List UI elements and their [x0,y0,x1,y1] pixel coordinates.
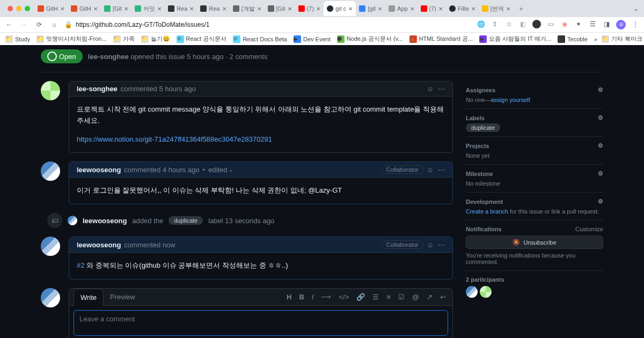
tab-overflow-icon[interactable]: ⌄ [628,5,644,12]
comment-author[interactable]: leewooseong [77,166,121,174]
italic-icon[interactable]: I [312,293,314,301]
code-icon[interactable]: </> [339,293,349,301]
close-icon[interactable]: ✕ [348,6,353,12]
react-icon[interactable]: ☺ [427,166,434,174]
unsubscribe-button[interactable]: 🔕Unsubscribe [466,236,603,249]
quote-icon[interactable]: ⟶ [321,293,331,301]
comment-author[interactable]: leewooseong [77,241,121,249]
label-pill[interactable]: duplicate [169,216,203,225]
bookmark-item[interactable]: 📁Study [5,35,30,43]
browser-tab[interactable]: Rea✕ [165,1,197,16]
gear-icon[interactable]: ⚙ [598,114,603,121]
gear-icon[interactable]: ⚙ [598,198,603,205]
tab-write[interactable]: Write [74,289,104,306]
bookmark-item[interactable]: 📁기타 북마크 [602,35,642,43]
browser-tab[interactable]: [개발✕ [230,1,265,16]
close-window[interactable] [8,6,13,11]
bookmark-item[interactable]: ◐Tecoble [558,35,588,43]
avatar[interactable] [41,161,60,181]
browser-tab[interactable]: [Git✕ [101,1,131,16]
back-button[interactable]: ← [4,20,14,30]
minimize-window[interactable] [16,6,21,11]
issue-ref-link[interactable]: #2 [77,261,84,269]
extension-icon[interactable]: ◉ [560,20,569,28]
bold-icon[interactable]: B [299,293,304,301]
gear-icon[interactable]: ⚙ [598,86,603,93]
bookmark-item[interactable]: 📁멋쟁이사자처럼-Fron... [36,35,106,43]
avatar[interactable] [68,216,77,225]
avatar[interactable] [41,81,60,100]
heading-icon[interactable]: H [287,293,291,301]
close-icon[interactable]: ✕ [189,6,194,12]
extension-icon[interactable] [532,20,541,28]
close-icon[interactable]: ✕ [316,6,320,12]
kebab-icon[interactable]: ⋯ [438,85,445,93]
close-icon[interactable]: ✕ [222,6,226,12]
extensions-menu-icon[interactable]: ✦ [574,20,583,28]
customize-link[interactable]: Customize [575,226,603,232]
reading-list-icon[interactable]: ☰ [588,20,597,28]
bookmark-item[interactable]: ◯HTML Standard 공... [409,35,473,43]
kebab-menu-icon[interactable]: ⋮ [631,20,640,28]
close-icon[interactable]: ✕ [288,6,292,12]
browser-tab[interactable]: (7)✕ [418,1,446,16]
browser-tab[interactable]: 커밋✕ [131,1,165,16]
bookmark-icon[interactable]: ☆ [504,20,513,28]
avatar[interactable] [41,237,60,256]
close-icon[interactable]: ✕ [506,6,510,12]
kebab-icon[interactable]: ⋯ [438,241,445,249]
browser-tab[interactable]: [git✕ [356,1,385,16]
assign-yourself-link[interactable]: assign yourself [491,97,530,103]
close-icon[interactable]: ✕ [93,6,98,12]
browser-tab[interactable]: Filte✕ [446,1,479,16]
close-icon[interactable]: ✕ [410,6,414,12]
react-icon[interactable]: ☺ [427,241,434,249]
maximize-window[interactable] [25,6,30,11]
bookmark-item[interactable]: ⬢Node.js 공식문서 (v... [337,35,403,43]
translate-icon[interactable]: 🌐 [477,20,485,28]
close-icon[interactable]: ✕ [60,6,64,12]
notion-link[interactable]: https://www.notion.so/git-71a247ff41364f… [77,135,272,143]
create-branch-link[interactable]: Create a branch [466,208,508,215]
label-pill[interactable]: duplicate [466,123,500,132]
browser-tab[interactable]: GitH✕ [34,1,68,16]
browser-tab[interactable]: GitH✕ [68,1,101,16]
bookmarks-overflow[interactable]: » [594,36,597,42]
mention-icon[interactable]: @ [412,293,419,301]
reload-button[interactable]: ⟳ [34,20,44,30]
close-icon[interactable]: ✕ [378,6,382,12]
side-panel-icon[interactable]: ◨ [602,20,611,28]
new-tab-button[interactable]: ＋ [514,4,529,13]
bookmark-item[interactable]: ⚛React 공식문서 [177,35,227,43]
tab-preview[interactable]: Preview [104,289,141,305]
kebab-icon[interactable]: ⋯ [438,166,445,174]
bookmark-item[interactable]: 📁가족 [113,35,135,43]
extension-icon[interactable]: ▭ [546,20,555,28]
url-field[interactable]: 🔒 https://github.com/Lazy-GT/ToDoMate/is… [64,21,471,28]
comment-textarea[interactable] [74,310,448,336]
browser-tab[interactable]: [Git✕ [265,1,295,16]
browser-tab[interactable]: git c✕ [324,1,356,16]
tasklist-icon[interactable]: ☑ [398,293,405,301]
participant-avatar[interactable] [466,286,478,298]
crossref-icon[interactable]: ↗ [427,293,433,301]
forward-button[interactable]: → [19,20,29,30]
close-icon[interactable]: ✕ [124,6,128,12]
close-icon[interactable]: ✕ [257,6,261,12]
home-button[interactable]: ⌂ [49,20,59,30]
bookmark-item[interactable]: ◉요즘 사람들의 IT 매거... [479,35,551,43]
browser-tab[interactable]: App✕ [385,1,418,16]
comment-author[interactable]: lee-songhee [77,85,118,93]
browser-tab[interactable]: [번역✕ [479,1,514,16]
ol-icon[interactable]: ≡ [386,293,391,301]
bookmark-item[interactable]: 📁놀기😄 [141,35,170,43]
react-icon[interactable]: ☺ [427,85,434,93]
link-icon[interactable]: 🔗 [356,293,365,301]
close-icon[interactable]: ✕ [471,6,475,12]
participant-avatar[interactable] [480,286,492,298]
gear-icon[interactable]: ⚙ [598,170,603,177]
share-icon[interactable]: ⇪ [491,20,499,28]
edited-indicator[interactable]: edited [208,166,232,174]
avatar[interactable] [41,288,60,307]
profile-avatar[interactable]: 우 [616,20,626,30]
